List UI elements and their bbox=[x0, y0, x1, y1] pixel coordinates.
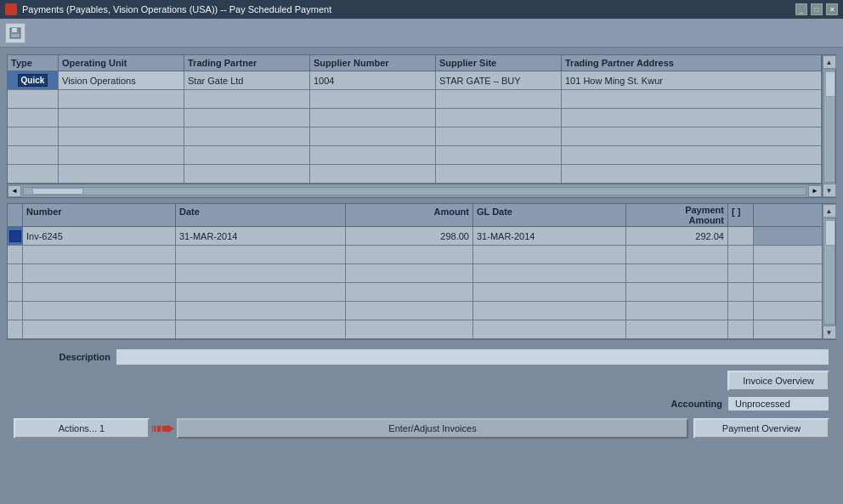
row-checkbox-cell[interactable] bbox=[728, 227, 754, 245]
col-header-supplier-number: Supplier Number bbox=[310, 55, 436, 71]
row-sn-cell[interactable] bbox=[310, 109, 436, 127]
row-sn-cell[interactable] bbox=[310, 90, 436, 108]
invoice-overview-button[interactable]: Invoice Overview bbox=[727, 371, 829, 391]
v-scroll-thumb[interactable] bbox=[825, 220, 835, 246]
accounting-value: Unprocessed bbox=[727, 396, 829, 411]
description-input[interactable] bbox=[116, 348, 829, 365]
row-ou-cell[interactable] bbox=[59, 109, 184, 127]
col-header-supplier-site: Supplier Site bbox=[436, 55, 562, 71]
lower-table-row[interactable] bbox=[8, 246, 822, 264]
description-label: Description bbox=[14, 352, 116, 362]
row-sn-cell[interactable]: 1004 bbox=[310, 71, 436, 89]
title-bar-controls[interactable]: _ □ ✕ bbox=[795, 3, 838, 15]
h-scroll-left[interactable]: ◄ bbox=[8, 185, 21, 197]
v-scroll-track[interactable] bbox=[823, 218, 835, 325]
lower-table-row[interactable]: Inv-6245 31-MAR-2014 298.00 31-MAR-2014 … bbox=[8, 227, 822, 246]
row-ou-cell[interactable] bbox=[59, 90, 184, 108]
row-sn-cell[interactable] bbox=[310, 165, 436, 183]
lower-table-row[interactable] bbox=[8, 264, 822, 283]
h-scroll-track[interactable] bbox=[23, 187, 806, 195]
svg-rect-1 bbox=[12, 28, 17, 32]
col-header-number: Number bbox=[23, 204, 176, 226]
accounting-row: Accounting Unprocessed bbox=[14, 396, 829, 411]
row-type-cell[interactable] bbox=[8, 146, 59, 164]
row-ou-cell[interactable] bbox=[59, 165, 184, 183]
enter-adjust-button[interactable]: Enter/Adjust Invoices bbox=[177, 418, 688, 439]
row-ss-cell[interactable] bbox=[436, 90, 562, 108]
v-scroll-up[interactable]: ▲ bbox=[823, 55, 836, 69]
upper-v-scrollbar[interactable]: ▲ ▼ bbox=[822, 55, 835, 197]
lower-table-row[interactable] bbox=[8, 320, 822, 339]
lower-table-row[interactable] bbox=[8, 283, 822, 302]
row-ou-cell[interactable] bbox=[59, 146, 184, 164]
upper-table-row[interactable] bbox=[8, 127, 822, 146]
col-header-address: Trading Partner Address bbox=[562, 55, 822, 71]
row-ss-cell[interactable] bbox=[436, 127, 562, 145]
v-scroll-down[interactable]: ▼ bbox=[823, 184, 836, 197]
row-ou-cell[interactable]: Vision Operations bbox=[59, 71, 184, 89]
row-type-cell[interactable]: Quick bbox=[8, 71, 59, 89]
row-ou-cell[interactable] bbox=[59, 127, 184, 145]
footer-row: Actions... 1 ➠ Enter/Adjust Invoices Pay… bbox=[14, 416, 829, 440]
title-bar-text: Payments (Payables, Vision Operations (U… bbox=[22, 4, 331, 14]
upper-table-row[interactable] bbox=[8, 146, 822, 165]
maximize-button[interactable]: □ bbox=[811, 3, 823, 15]
row-tp-cell[interactable]: Star Gate Ltd bbox=[184, 71, 310, 89]
save-icon[interactable] bbox=[5, 23, 25, 43]
main-content: Type Operating Unit Trading Partner Supp… bbox=[0, 48, 843, 504]
row-addr-cell[interactable] bbox=[562, 165, 822, 183]
payment-overview-button[interactable]: Payment Overview bbox=[693, 418, 829, 439]
upper-h-scrollbar[interactable]: ◄ ► bbox=[8, 184, 822, 197]
col-header-ou: Operating Unit bbox=[59, 55, 184, 71]
h-scroll-thumb[interactable] bbox=[32, 188, 83, 195]
actions-button[interactable]: Actions... 1 bbox=[14, 418, 150, 439]
lower-table-section: Number Date Amount GL Date Payment Amoun… bbox=[7, 203, 836, 340]
v-scroll-thumb[interactable] bbox=[825, 71, 835, 97]
row-tp-cell[interactable] bbox=[184, 90, 310, 108]
row-type-cell[interactable] bbox=[8, 165, 59, 183]
row-number-cell[interactable]: Inv-6245 bbox=[23, 227, 176, 245]
lower-table: Number Date Amount GL Date Payment Amoun… bbox=[8, 204, 822, 339]
row-sn-cell[interactable] bbox=[310, 127, 436, 145]
lower-table-row[interactable] bbox=[8, 302, 822, 320]
row-ss-cell[interactable] bbox=[436, 109, 562, 127]
row-tp-cell[interactable] bbox=[184, 146, 310, 164]
row-date-cell[interactable]: 31-MAR-2014 bbox=[176, 227, 346, 245]
row-addr-cell[interactable] bbox=[562, 127, 822, 145]
col-header-trading-partner: Trading Partner bbox=[184, 55, 310, 71]
bottom-section: Description Invoice Overview Accounting … bbox=[7, 345, 836, 444]
arrow-indicator: ➠ bbox=[150, 416, 176, 440]
row-payment-amount-cell[interactable]: 292.04 bbox=[626, 227, 728, 245]
row-type-cell[interactable] bbox=[8, 109, 59, 127]
v-scroll-down[interactable]: ▼ bbox=[823, 326, 836, 339]
v-scroll-up[interactable]: ▲ bbox=[823, 204, 836, 218]
v-scroll-track[interactable] bbox=[823, 70, 835, 183]
upper-table-row[interactable]: Quick Vision Operations Star Gate Ltd 10… bbox=[8, 71, 822, 90]
row-type-cell[interactable] bbox=[8, 127, 59, 145]
row-addr-cell[interactable]: 101 How Ming St. Kwur bbox=[562, 71, 822, 89]
row-tp-cell[interactable] bbox=[184, 165, 310, 183]
row-gldate-cell[interactable]: 31-MAR-2014 bbox=[473, 227, 626, 245]
row-tp-cell[interactable] bbox=[184, 127, 310, 145]
row-addr-cell[interactable] bbox=[562, 109, 822, 127]
upper-table-row[interactable] bbox=[8, 109, 822, 127]
col-header-checkbox: [ ] bbox=[728, 204, 754, 226]
row-amount-cell[interactable]: 298.00 bbox=[346, 227, 473, 245]
row-tp-cell[interactable] bbox=[184, 109, 310, 127]
row-sn-cell[interactable] bbox=[310, 146, 436, 164]
row-type-cell[interactable] bbox=[8, 90, 59, 108]
row-ss-cell[interactable]: STAR GATE – BUY bbox=[436, 71, 562, 89]
h-scroll-right[interactable]: ► bbox=[808, 185, 822, 197]
lower-v-scrollbar[interactable]: ▲ ▼ bbox=[822, 204, 835, 339]
upper-table-row[interactable] bbox=[8, 165, 822, 184]
row-ss-cell[interactable] bbox=[436, 165, 562, 183]
minimize-button[interactable]: _ bbox=[795, 3, 807, 15]
col-header-payment-amount: Payment Amount bbox=[626, 204, 728, 226]
row-selector[interactable] bbox=[8, 227, 23, 245]
row-ss-cell[interactable] bbox=[436, 146, 562, 164]
row-addr-cell[interactable] bbox=[562, 146, 822, 164]
row-addr-cell[interactable] bbox=[562, 90, 822, 108]
lower-table-header: Number Date Amount GL Date Payment Amoun… bbox=[8, 204, 822, 227]
upper-table-row[interactable] bbox=[8, 90, 822, 109]
close-button[interactable]: ✕ bbox=[826, 3, 838, 15]
